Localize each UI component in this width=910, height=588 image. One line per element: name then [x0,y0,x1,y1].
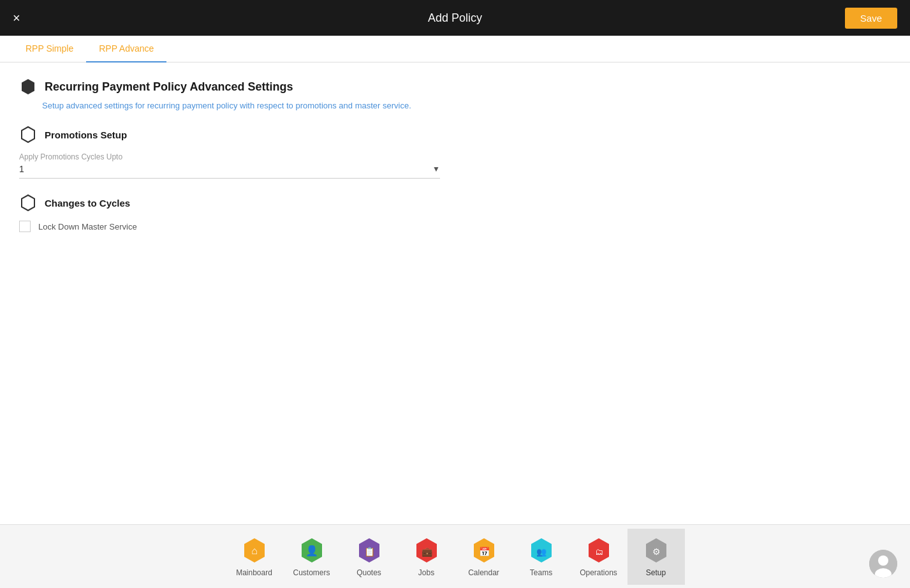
teams-label: Teams [530,568,552,577]
section-title: Recurring Payment Policy Advanced Settin… [45,80,293,94]
quotes-label: Quotes [356,568,381,577]
hexagon-outline-icon-cycles [19,194,37,212]
nav-item-customers[interactable]: 👤 Customers [283,529,341,585]
teams-icon: 👥 [527,536,555,564]
save-button[interactable]: Save [845,8,897,29]
nav-item-setup[interactable]: ⚙ Setup [627,529,685,585]
setup-icon: ⚙ [642,536,670,564]
customers-label: Customers [293,568,330,577]
promotions-cycles-value: 1 [19,164,24,174]
lock-down-checkbox[interactable] [19,221,31,232]
bottom-nav: ⌂ Mainboard 👤 Customers 📋 Quotes 💼 Jobs … [0,524,910,588]
section-title-row: Recurring Payment Policy Advanced Settin… [19,78,891,96]
hexagon-outline-icon-promotions [19,126,37,143]
svg-marker-0 [22,79,34,94]
jobs-icon: 💼 [413,536,441,564]
operations-label: Operations [580,568,617,577]
promotions-cycles-dropdown[interactable]: 1 ▼ [19,164,440,179]
mainboard-icon: ⌂ [240,536,268,564]
lock-down-row: Lock Down Master Service [19,221,891,232]
user-avatar[interactable] [869,550,897,578]
quotes-icon: 📋 [355,536,383,564]
promotions-setup-section: Promotions Setup Apply Promotions Cycles… [19,126,891,179]
svg-marker-2 [22,195,34,210]
customers-icon: 👤 [298,536,326,564]
svg-text:👥: 👥 [536,547,547,557]
nav-item-teams[interactable]: 👥 Teams [513,529,570,585]
operations-icon: 🗂 [585,536,613,564]
close-button[interactable]: × [13,11,20,24]
promotions-setup-title-row: Promotions Setup [19,126,891,143]
svg-text:💼: 💼 [421,547,432,557]
hexagon-filled-icon [19,78,37,96]
mainboard-label: Mainboard [236,568,272,577]
calendar-icon: 📅 [470,536,498,564]
section-description: Setup advanced settings for recurring pa… [42,101,891,110]
calendar-label: Calendar [468,568,499,577]
header-title: Add Policy [428,11,482,25]
svg-text:⌂: ⌂ [251,545,258,556]
svg-text:📅: 📅 [478,547,490,557]
setup-label: Setup [646,568,666,577]
svg-text:🗂: 🗂 [594,547,603,557]
promotions-field-label: Apply Promotions Cycles Upto [19,152,891,161]
nav-item-jobs[interactable]: 💼 Jobs [398,529,455,585]
avatar-image [869,550,897,578]
tab-bar: RPP Simple RPP Advance [0,36,910,62]
content-area: Recurring Payment Policy Advanced Settin… [0,62,910,524]
svg-text:⚙: ⚙ [652,547,660,557]
nav-item-quotes[interactable]: 📋 Quotes [341,529,398,585]
changes-to-cycles-title-row: Changes to Cycles [19,194,891,212]
tab-rpp-advance[interactable]: RPP Advance [86,36,166,62]
tab-rpp-simple[interactable]: RPP Simple [13,36,86,62]
svg-text:👤: 👤 [305,545,318,557]
jobs-label: Jobs [418,568,434,577]
svg-text:📋: 📋 [363,547,375,557]
svg-point-20 [878,555,888,566]
changes-to-cycles-title: Changes to Cycles [45,198,130,209]
changes-to-cycles-section: Changes to Cycles Lock Down Master Servi… [19,194,891,232]
svg-marker-1 [22,127,34,142]
nav-item-calendar[interactable]: 📅 Calendar [455,529,513,585]
nav-item-mainboard[interactable]: ⌂ Mainboard [226,529,283,585]
promotions-setup-title: Promotions Setup [45,129,127,140]
header: × Add Policy Save [0,0,910,36]
lock-down-label: Lock Down Master Service [38,222,137,232]
nav-item-operations[interactable]: 🗂 Operations [570,529,627,585]
dropdown-arrow-icon: ▼ [432,165,440,173]
